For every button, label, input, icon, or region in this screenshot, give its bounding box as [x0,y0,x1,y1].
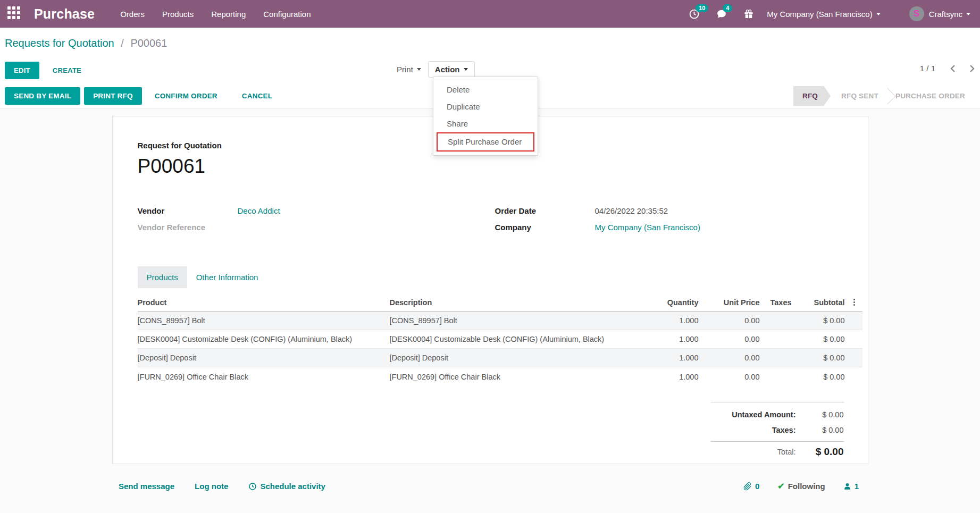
following-button[interactable]: ✔ Following [777,481,825,491]
record-name: P00061 [138,155,862,178]
cell-subtotal: $ 0.00 [800,354,845,362]
send-message-button[interactable]: Send message [119,482,174,491]
cancel-button[interactable]: CANCEL [233,87,281,105]
untaxed-amount-label: Untaxed Amount: [732,410,795,419]
person-icon [843,482,851,491]
header-description[interactable]: Description [390,298,622,307]
order-date-label: Order Date [495,206,595,215]
purchase-app-page: Purchase Orders Products Reporting Confi… [0,0,980,513]
main-menu: Orders Products Reporting Configuration [119,7,312,21]
pager-counter: 1 / 1 [920,64,935,73]
header-product[interactable]: Product [138,298,390,307]
followers-button[interactable]: 1 [843,482,859,491]
user-menu[interactable]: S Craftsync [909,6,970,21]
apps-grid-icon[interactable] [7,6,22,21]
pager-previous-icon[interactable] [950,64,956,73]
menu-products[interactable]: Products [161,7,195,21]
table-row[interactable]: [CONS_89957] Bolt [CONS_89957] Bolt 1.00… [138,312,862,330]
column-options-icon[interactable] [845,299,864,306]
menu-item-share[interactable]: Share [433,115,538,132]
company-label: Company [495,223,595,232]
cell-quantity: 1.000 [622,354,699,362]
company-name: My Company (San Francisco) [767,10,872,19]
cell-description: [CONS_89957] Bolt [390,316,622,325]
tab-other-information[interactable]: Other Information [187,266,267,288]
cell-unit-price: 0.00 [699,316,760,325]
table-header-row: Product Description Quantity Unit Price … [138,293,862,312]
clock-icon [248,482,257,491]
table-row[interactable]: [FURN_0269] Office Chair Black [FURN_026… [138,367,862,386]
header-unit-price[interactable]: Unit Price [699,298,760,307]
edit-button[interactable]: EDIT [5,62,39,79]
menu-item-split-purchase-order[interactable]: Split Purchase Order [437,132,534,152]
activities-button[interactable]: 10 [689,9,700,20]
state-rfq[interactable]: RFQ [793,86,831,106]
breadcrumb-current: P00061 [130,37,167,49]
record-pager: 1 / 1 [920,64,975,73]
cell-subtotal: $ 0.00 [800,335,845,343]
messages-button[interactable]: 4 [716,9,727,20]
order-date-value[interactable]: 04/26/2022 20:35:52 [595,206,668,215]
pager-next-icon[interactable] [969,64,975,73]
cell-quantity: 1.000 [622,316,699,325]
cell-description: [Deposit] Deposit [390,354,622,362]
following-label: Following [788,482,825,491]
follower-count: 1 [855,482,859,491]
state-pipeline: RFQ RFQ SENT PURCHASE ORDER [793,86,976,106]
menu-item-duplicate[interactable]: Duplicate [433,98,538,115]
schedule-activity-button[interactable]: Schedule activity [248,482,325,491]
header-subtotal[interactable]: Subtotal [800,298,845,307]
total-label: Total: [777,448,796,456]
taxes-value: $ 0.00 [796,426,844,434]
company-switcher[interactable]: My Company (San Francisco) [767,10,880,19]
breadcrumb-parent[interactable]: Requests for Quotation [5,37,114,49]
print-rfq-button[interactable]: PRINT RFQ [84,87,142,105]
menu-item-delete[interactable]: Delete [433,81,538,98]
cell-product: [FURN_0269] Office Chair Black [138,373,390,381]
table-row[interactable]: [DESK0004] Customizable Desk (CONFIG) (A… [138,330,862,349]
gift-icon [743,9,754,20]
vendor-value[interactable]: Deco Addict [238,206,280,215]
action-dropdown-menu: Delete Duplicate Share Split Purchase Or… [433,77,538,156]
send-by-email-button[interactable]: SEND BY EMAIL [5,87,80,105]
chevron-down-icon [417,68,421,71]
check-icon: ✔ [777,481,784,491]
cell-unit-price: 0.00 [699,354,760,362]
state-purchase-order[interactable]: PURCHASE ORDER [885,86,976,106]
attachment-count: 0 [755,482,759,491]
total-value: $ 0.00 [796,446,844,458]
field-grid: Vendor Deco Addict Vendor Reference Orde… [138,203,862,236]
cell-product: [Deposit] Deposit [138,354,390,362]
top-navbar: Purchase Orders Products Reporting Confi… [0,0,980,28]
cell-product: [DESK0004] Customizable Desk (CONFIG) (A… [138,335,390,343]
confirm-order-button[interactable]: CONFIRM ORDER [146,87,227,105]
chatter-status: 0 ✔ Following 1 [743,481,859,491]
cell-description: [FURN_0269] Office Chair Black [390,373,622,381]
chatter-toolbar: Send message Log note Schedule activity … [0,464,980,491]
breadcrumb-separator: / [121,37,124,49]
form-view: Request for Quotation P00061 Vendor Deco… [0,108,980,464]
header-taxes[interactable]: Taxes [760,298,800,307]
header-quantity[interactable]: Quantity [622,298,699,307]
user-name: Craftsync [929,10,962,19]
tab-products[interactable]: Products [138,266,187,288]
chevron-down-icon [464,68,468,71]
menu-configuration[interactable]: Configuration [262,7,312,21]
menu-reporting[interactable]: Reporting [210,7,247,21]
cell-product: [CONS_89957] Bolt [138,316,390,325]
app-brand[interactable]: Purchase [34,6,95,22]
avatar: S [909,6,924,21]
print-dropdown-toggle[interactable]: Print [390,61,428,78]
rewards-button[interactable] [743,9,754,20]
table-row[interactable]: [Deposit] Deposit [Deposit] Deposit 1.00… [138,349,862,367]
totals-panel: Untaxed Amount: $ 0.00 Taxes: $ 0.00 Tot… [711,402,844,457]
action-dropdown-toggle[interactable]: Action [428,61,475,78]
log-note-button[interactable]: Log note [195,482,228,491]
menu-orders[interactable]: Orders [119,7,146,21]
company-value[interactable]: My Company (San Francisco) [595,223,700,232]
create-button[interactable]: CREATE [53,66,81,74]
cell-description: [DESK0004] Customizable Desk (CONFIG) (A… [390,335,622,343]
attachments-button[interactable]: 0 [743,482,759,491]
cell-unit-price: 0.00 [699,335,760,343]
cell-quantity: 1.000 [622,335,699,343]
